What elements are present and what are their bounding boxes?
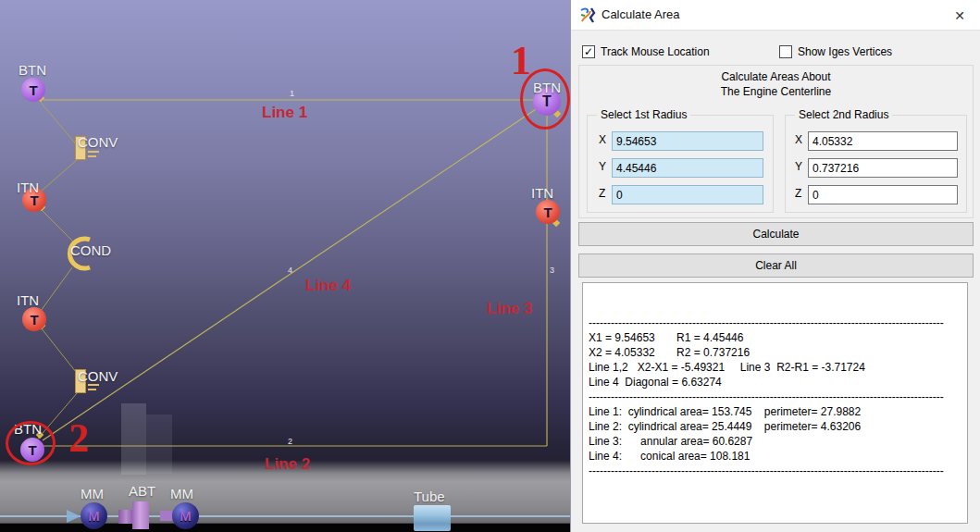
annotation-line3: Line 3 <box>487 300 532 318</box>
label-itn: ITN <box>17 292 39 308</box>
annotation-line2: Line 2 <box>265 455 310 474</box>
results-output[interactable]: ----------------------------------------… <box>582 282 968 524</box>
results-text: ----------------------------------------… <box>583 283 967 481</box>
app-logo-icon <box>578 6 598 25</box>
tick-line4: 4 <box>288 266 292 275</box>
groupbox-title-line1: Calculate Areas About <box>579 70 973 83</box>
close-icon[interactable]: ✕ <box>950 6 969 25</box>
mm-glyph: M <box>180 508 192 524</box>
x2-field[interactable] <box>808 131 958 151</box>
label-itn: ITN <box>531 185 553 201</box>
annotation-circle-2 <box>6 421 56 465</box>
abt-part-icon[interactable] <box>132 501 149 529</box>
y2-label: Y <box>795 160 806 173</box>
second-radius-title: Select 2nd Radius <box>795 108 892 121</box>
annotation-line4: Line 4 <box>305 277 351 295</box>
y2-field[interactable] <box>808 158 958 178</box>
label-mm: MM <box>81 486 104 501</box>
itn-glyph: T <box>543 204 552 220</box>
z1-label: Z <box>599 187 610 200</box>
z1-field[interactable] <box>612 185 763 204</box>
track-mouse-label: Track Mouse Location <box>601 45 710 58</box>
x1-label: X <box>599 133 610 146</box>
label-tube: Tube <box>414 489 445 504</box>
node-itn-right[interactable]: T <box>536 200 560 224</box>
clear-all-button[interactable]: Clear All <box>578 254 974 278</box>
label-conv: CONV <box>78 368 118 384</box>
areas-groupbox: Calculate Areas About The Engine Centerl… <box>578 65 974 218</box>
label-abt: ABT <box>129 483 155 499</box>
y1-label: Y <box>599 160 610 173</box>
label-cond: COND <box>70 242 111 258</box>
dialog-titlebar[interactable]: Calculate Area ✕ <box>571 0 980 31</box>
show-iges-label: Show Iges Vertices <box>798 45 892 58</box>
node-btn-top-left[interactable]: T <box>21 78 45 102</box>
node-itn-lower[interactable]: T <box>22 307 46 331</box>
x2-label: X <box>795 133 806 146</box>
y1-field[interactable] <box>612 158 763 178</box>
label-btn: BTN <box>19 62 46 78</box>
node-tube[interactable] <box>414 505 451 531</box>
calculate-button[interactable]: Calculate <box>578 222 974 246</box>
itn-glyph: T <box>30 312 38 328</box>
tick-line1: 1 <box>290 89 294 98</box>
second-radius-group: Select 2nd Radius X Y Z <box>785 115 967 213</box>
flow-arrow-icon <box>67 510 81 523</box>
tick-line3: 3 <box>550 266 554 275</box>
x1-field[interactable] <box>612 131 763 151</box>
dialog-title: Calculate Area <box>602 7 680 21</box>
z2-label: Z <box>795 187 806 200</box>
annotation-line1: Line 1 <box>262 104 307 122</box>
annotation-number-2: 2 <box>68 418 89 459</box>
mm-glyph: M <box>88 508 100 524</box>
application-window: M M T T T T T T BTN CONV ITN COND ITN CO… <box>0 0 980 532</box>
cad-viewport[interactable]: M M T T T T T T BTN CONV ITN COND ITN CO… <box>0 0 570 532</box>
node-mm-right[interactable]: M <box>172 502 199 529</box>
groupbox-title-line2: The Engine Centerline <box>579 85 973 98</box>
z2-field[interactable] <box>808 185 958 204</box>
label-itn: ITN <box>17 179 39 195</box>
calculate-area-dialog: Calculate Area ✕ ✓ Track Mouse Location … <box>570 0 980 532</box>
annotation-number-1: 1 <box>511 41 531 81</box>
abt-part-icon <box>118 510 132 524</box>
btn-glyph: T <box>29 82 37 98</box>
show-iges-checkbox[interactable] <box>779 45 792 58</box>
label-conv: CONV <box>78 134 118 150</box>
track-mouse-checkbox[interactable]: ✓ <box>582 45 595 58</box>
first-radius-title: Select 1st Radius <box>597 108 690 121</box>
tick-line2: 2 <box>288 437 292 446</box>
checkmark-icon: ✓ <box>584 45 593 58</box>
label-mm: MM <box>170 486 193 501</box>
first-radius-group: Select 1st Radius X Y Z <box>587 115 774 213</box>
abt-part-icon <box>160 511 172 521</box>
node-mm-left[interactable]: M <box>81 502 107 529</box>
